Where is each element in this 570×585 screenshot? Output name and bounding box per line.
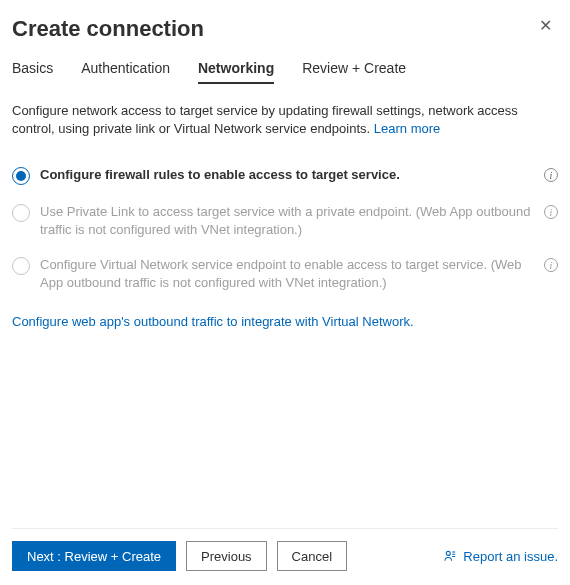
svg-point-0 — [447, 551, 451, 555]
panel-header: Create connection ✕ — [12, 12, 558, 60]
option-vnet-service-endpoint: Configure Virtual Network service endpoi… — [12, 256, 558, 291]
networking-options: Configure firewall rules to enable acces… — [12, 166, 558, 291]
previous-button[interactable]: Previous — [186, 541, 267, 571]
networking-description: Configure network access to target servi… — [12, 102, 558, 138]
report-issue-link[interactable]: Report an issue. — [443, 549, 558, 564]
radio-selected-icon[interactable] — [12, 167, 30, 185]
option-firewall-rules[interactable]: Configure firewall rules to enable acces… — [12, 166, 558, 185]
panel-title: Create connection — [12, 12, 204, 60]
option-label: Configure Virtual Network service endpoi… — [40, 256, 534, 291]
tab-networking[interactable]: Networking — [198, 60, 274, 84]
description-text: Configure network access to target servi… — [12, 103, 518, 136]
tab-authentication[interactable]: Authentication — [81, 60, 170, 84]
close-icon[interactable]: ✕ — [533, 12, 558, 40]
create-connection-panel: Create connection ✕ Basics Authenticatio… — [0, 0, 570, 585]
info-icon[interactable]: i — [544, 168, 558, 182]
option-label: Use Private Link to access target servic… — [40, 203, 534, 238]
tab-review-create[interactable]: Review + Create — [302, 60, 406, 84]
option-label: Configure firewall rules to enable acces… — [40, 166, 534, 184]
feedback-icon — [443, 549, 457, 563]
configure-vnet-link[interactable]: Configure web app's outbound traffic to … — [12, 314, 414, 329]
tab-basics[interactable]: Basics — [12, 60, 53, 84]
info-icon[interactable]: i — [544, 258, 558, 272]
footer-bar: Next : Review + Create Previous Cancel R… — [12, 528, 558, 585]
radio-disabled-icon — [12, 257, 30, 275]
option-private-link: Use Private Link to access target servic… — [12, 203, 558, 238]
next-review-create-button[interactable]: Next : Review + Create — [12, 541, 176, 571]
tab-bar: Basics Authentication Networking Review … — [12, 60, 558, 84]
info-icon[interactable]: i — [544, 205, 558, 219]
flex-spacer — [12, 329, 558, 528]
cancel-button[interactable]: Cancel — [277, 541, 347, 571]
report-issue-label: Report an issue. — [463, 549, 558, 564]
configure-vnet-link-row: Configure web app's outbound traffic to … — [12, 314, 558, 329]
radio-disabled-icon — [12, 204, 30, 222]
learn-more-link[interactable]: Learn more — [374, 121, 440, 136]
